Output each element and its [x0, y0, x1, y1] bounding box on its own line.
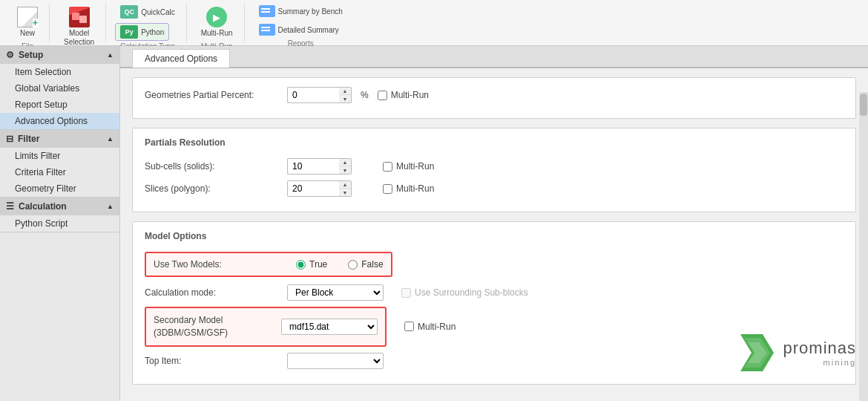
- report-setup-label: Report Setup: [15, 100, 68, 110]
- geometries-partial-spin-down[interactable]: ▼: [339, 95, 351, 102]
- slices-input-group: ▲ ▼: [287, 180, 352, 197]
- geometries-partial-spin-up[interactable]: ▲: [339, 88, 351, 95]
- sidebar-item-python-script[interactable]: Python Script: [0, 215, 119, 232]
- subcells-multirun-checkbox[interactable]: Multi-Run: [383, 161, 434, 172]
- subcells-multirun-check[interactable]: [383, 162, 392, 172]
- use-two-models-false-radio[interactable]: False: [348, 259, 383, 270]
- use-two-models-row: Use Two Models: True False: [145, 252, 392, 277]
- toolbar-group-calc-type: QC QuickCalc Py Python Calculation Type: [109, 3, 187, 42]
- subcells-spin-down[interactable]: ▼: [339, 166, 351, 174]
- global-variables-label: Global Variables: [15, 83, 79, 94]
- summary-bench-label: Summary by Bench: [278, 7, 343, 16]
- use-two-models-false-input[interactable]: [348, 260, 358, 270]
- item-selection-label: Item Selection: [15, 67, 71, 77]
- geometries-partial-multirun-checkbox[interactable]: Multi-Run: [378, 90, 429, 100]
- geometries-partial-multirun-check[interactable]: [378, 91, 387, 100]
- filter-icon: ⊟: [6, 134, 13, 144]
- python-button[interactable]: Py Python: [115, 23, 169, 41]
- model-selection-button[interactable]: ModelSelection: [59, 3, 99, 50]
- setup-chevron: ▲: [107, 51, 114, 59]
- subcells-input[interactable]: [287, 158, 339, 175]
- sidebar-section-header-filter[interactable]: ⊟ Filter ▲: [0, 130, 119, 148]
- top-item-dropdown[interactable]: [287, 353, 384, 369]
- slices-multirun-checkbox[interactable]: Multi-Run: [383, 183, 434, 194]
- model-selection-label: ModelSelection: [64, 29, 94, 47]
- logo-container: prominas mining: [737, 330, 856, 375]
- geometries-partial-label: Geometries Partial Percent:: [145, 90, 278, 100]
- geometries-partial-section: Geometries Partial Percent: ▲ ▼ % Multi-…: [132, 77, 856, 119]
- new-button[interactable]: New: [12, 3, 43, 41]
- filter-chevron: ▲: [107, 135, 114, 143]
- subcells-spin-up[interactable]: ▲: [339, 159, 351, 166]
- logo-text: prominas mining: [783, 339, 856, 367]
- geometries-partial-spin: ▲ ▼: [339, 87, 352, 103]
- slices-label: Slices (polygon):: [145, 183, 278, 194]
- use-surrounding-checkbox[interactable]: Use Surrounding Sub-blocks: [401, 287, 528, 298]
- quickcalc-icon: QC: [120, 5, 138, 19]
- sidebar-section-header-calculation[interactable]: ☰ Calculation ▲: [0, 198, 119, 215]
- sidebar-item-limits-filter[interactable]: Limits Filter: [0, 148, 119, 164]
- advanced-options-tab[interactable]: Advanced Options: [132, 49, 230, 68]
- prominas-logo-icon: [737, 330, 777, 375]
- quickcalc-label: QuickCalc: [141, 8, 175, 16]
- content-tab-bar: Advanced Options: [120, 46, 868, 68]
- slices-multirun-check[interactable]: [383, 184, 392, 194]
- secondary-multirun-check[interactable]: [404, 322, 414, 331]
- geometries-partial-input-group: ▲ ▼: [287, 87, 352, 103]
- multi-run-label: Multi-Run: [201, 29, 233, 37]
- geometries-partial-row: Geometries Partial Percent: ▲ ▼ % Multi-…: [145, 87, 844, 103]
- model-options-title: Model Options: [145, 231, 844, 244]
- sidebar-item-criteria-filter[interactable]: Criteria Filter: [0, 164, 119, 180]
- use-two-models-true-input[interactable]: [296, 260, 306, 270]
- toolbar-group-edit: ModelSelection Edit: [53, 3, 106, 42]
- limits-filter-label: Limits Filter: [15, 151, 60, 161]
- slices-spin: ▲ ▼: [339, 180, 352, 197]
- summary-bench-button[interactable]: Summary by Bench: [254, 3, 348, 19]
- calculation-section-label: Calculation: [19, 201, 67, 212]
- scroll-thumb: [860, 94, 867, 116]
- secondary-model-dropdown[interactable]: mdf15.dat: [281, 319, 378, 335]
- quickcalc-button[interactable]: QC QuickCalc: [115, 3, 180, 21]
- sidebar-item-global-variables[interactable]: Global Variables: [0, 80, 119, 97]
- detailed-summary-button[interactable]: Detailed Summary: [254, 22, 344, 38]
- slices-row: Slices (polygon): ▲ ▼ Multi-Run: [145, 180, 844, 197]
- use-surrounding-label: Use Surrounding Sub-blocks: [415, 287, 528, 298]
- toolbar-group-multirun: Multi-Run Multi-Run: [190, 3, 245, 42]
- false-label: False: [361, 259, 383, 270]
- criteria-filter-label: Criteria Filter: [15, 167, 66, 177]
- geometries-partial-input[interactable]: [287, 87, 339, 103]
- secondary-multirun-checkbox[interactable]: Multi-Run: [404, 322, 456, 332]
- scrollable-content[interactable]: Geometries Partial Percent: ▲ ▼ % Multi-…: [120, 68, 868, 401]
- logo-area: prominas mining: [683, 304, 868, 401]
- python-label: Python: [141, 28, 164, 36]
- toolbar: New File ModelSelection Edit QC QuickCal…: [0, 0, 868, 46]
- sidebar-item-advanced-options[interactable]: Advanced Options: [0, 113, 119, 129]
- top-item-label: Top Item:: [145, 356, 278, 366]
- sidebar-section-header-setup[interactable]: ⚙ Setup ▲: [0, 46, 119, 64]
- sidebar-item-report-setup[interactable]: Report Setup: [0, 97, 119, 113]
- partials-resolution-title: Partials Resolution: [145, 137, 844, 151]
- calc-mode-dropdown[interactable]: Per Block Per Sub-block: [287, 284, 384, 301]
- slices-spin-down[interactable]: ▼: [339, 189, 351, 196]
- slices-input[interactable]: [287, 180, 339, 197]
- filter-section-label: Filter: [18, 134, 39, 144]
- use-surrounding-check[interactable]: [401, 288, 411, 298]
- sidebar: ⚙ Setup ▲ Item Selection Global Variable…: [0, 46, 120, 401]
- multi-run-button[interactable]: Multi-Run: [196, 3, 238, 41]
- sidebar-item-item-selection[interactable]: Item Selection: [0, 64, 119, 80]
- sidebar-item-geometry-filter[interactable]: Geometry Filter: [0, 180, 119, 197]
- slices-spin-up[interactable]: ▲: [339, 181, 351, 189]
- secondary-model-label: Secondary Model(3DBM/GSM/GSF): [154, 314, 272, 339]
- new-label: New: [20, 29, 35, 37]
- calc-mode-row: Calculation mode: Per Block Per Sub-bloc…: [145, 284, 844, 301]
- subcells-label: Sub-cells (solids):: [145, 161, 278, 172]
- scrollbar[interactable]: [859, 92, 868, 401]
- toolbar-group-file: New File: [6, 3, 50, 42]
- detailed-summary-icon: [259, 24, 275, 36]
- model-selection-icon: [69, 7, 90, 27]
- geometry-filter-label: Geometry Filter: [15, 183, 76, 194]
- use-two-models-true-radio[interactable]: True: [296, 259, 327, 270]
- geometries-partial-unit: %: [361, 90, 369, 100]
- logo-sub: mining: [783, 358, 856, 367]
- setup-icon: ⚙: [6, 50, 14, 60]
